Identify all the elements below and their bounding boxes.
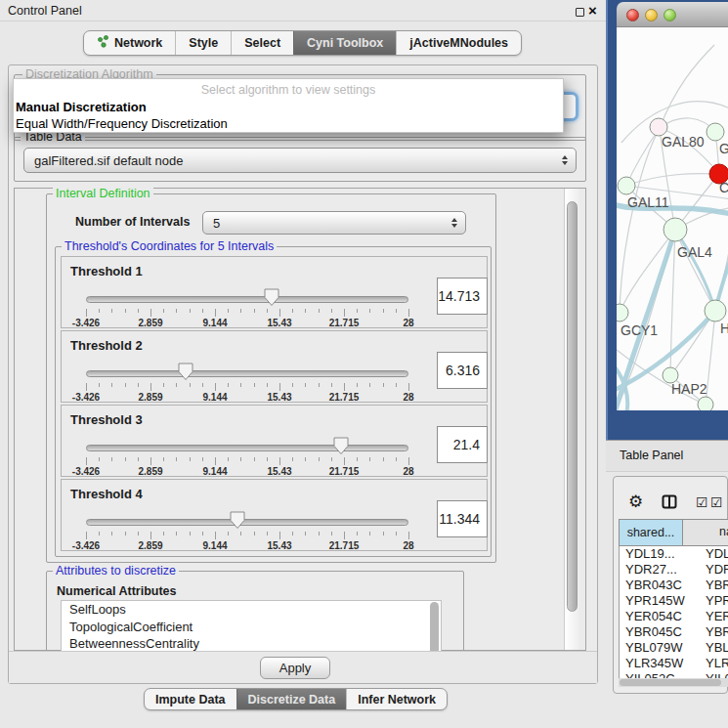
cell-shared-name: YDL19...	[625, 546, 675, 562]
tab-network[interactable]: Network	[84, 31, 175, 55]
dropdown-placeholder-item[interactable]: Select algorithm to view settings	[14, 79, 563, 99]
table-column-header-shared[interactable]: shared...	[619, 519, 683, 546]
slider-tick	[138, 383, 139, 387]
tick-label: 21.715	[329, 540, 360, 551]
slider-tick	[150, 309, 151, 317]
threshold-value-field[interactable]: 6.316	[437, 352, 488, 389]
dropdown-option-equal-width[interactable]: Equal Width/Frequency Discretization	[14, 115, 563, 132]
table-row[interactable]: YDR27...YDR2	[620, 562, 728, 578]
table-row[interactable]: YBL079WYBL0	[620, 640, 728, 656]
node-label: H	[720, 321, 728, 336]
slider-tick	[357, 309, 358, 313]
slider-tick	[292, 532, 293, 535]
network-node[interactable]	[617, 304, 628, 321]
slider-tick	[305, 532, 306, 535]
threshold-value-field[interactable]: 14.713	[437, 278, 488, 315]
slider[interactable]: -3.4262.8599.14415.4321.71528	[86, 257, 408, 329]
slider-tick	[305, 383, 306, 387]
slider-thumb[interactable]	[264, 288, 279, 307]
apply-button[interactable]: Apply	[260, 657, 330, 679]
number-of-intervals-label: Number of Intervals	[75, 215, 190, 229]
slider-tick	[408, 457, 409, 465]
slider-tick	[240, 457, 241, 461]
table-row[interactable]: YBR045CYBR0	[620, 624, 728, 640]
number-of-intervals-combobox[interactable]: 5	[202, 211, 466, 235]
tab-impute-data[interactable]: Impute Data	[145, 689, 236, 709]
table-row[interactable]: YDL19...YDL1	[620, 546, 728, 562]
slider-thumb[interactable]	[333, 437, 349, 455]
slider[interactable]: -3.4262.8599.14415.4321.71528	[86, 406, 408, 478]
node-label: GAL80	[662, 134, 705, 150]
table-row[interactable]: YIL052CYIL0	[620, 671, 728, 678]
slider-tick	[292, 457, 293, 461]
close-icon[interactable]: ×	[588, 2, 597, 19]
slider-tick	[319, 532, 320, 535]
node-label: GA	[719, 141, 728, 156]
slider-thumb[interactable]	[178, 363, 193, 381]
slider[interactable]: -3.4262.8599.14415.4321.71528	[86, 331, 408, 404]
slider-tick	[383, 383, 384, 387]
tick-label: 2.859	[138, 392, 162, 403]
slider-tick	[240, 309, 241, 313]
network-node[interactable]	[707, 123, 724, 141]
tick-label: 21.715	[329, 318, 360, 328]
slider[interactable]: -3.4262.8599.14415.4321.71528	[86, 480, 408, 552]
minimize-traffic-light-icon[interactable]	[645, 9, 658, 21]
slider-tick	[267, 309, 268, 313]
attribute-list[interactable]: SelfLoopsTopologicalCoefficientBetweenne…	[61, 600, 442, 659]
dropdown-option-manual[interactable]: Manual Discretization	[14, 99, 563, 115]
slider-tick	[163, 383, 164, 387]
slider-ticks	[86, 532, 408, 540]
threshold-value-field[interactable]: 11.344	[437, 500, 488, 537]
slider-track[interactable]	[86, 519, 408, 526]
slider-track[interactable]	[86, 445, 408, 451]
combobox-value: 5	[213, 216, 220, 231]
tab-discretize-data[interactable]: Discretize Data	[236, 689, 347, 709]
checkbox-icon[interactable]: ☑	[696, 494, 708, 510]
network-canvas[interactable]: GAL80GACGAL11GAL4GCY1HHAP2	[617, 27, 728, 410]
float-window-icon[interactable]	[576, 8, 584, 17]
network-node[interactable]	[618, 177, 635, 194]
network-node[interactable]	[664, 218, 687, 241]
tick-label: 2.859	[138, 318, 162, 328]
table-row[interactable]: YPR145WYPR1	[620, 593, 728, 609]
checkbox-icon[interactable]: ☑	[710, 494, 723, 510]
slider-track[interactable]	[86, 370, 408, 377]
network-node[interactable]	[698, 397, 713, 410]
slider-tick	[111, 457, 112, 461]
close-traffic-light-icon[interactable]	[626, 9, 639, 21]
tab-infer-network[interactable]: Infer Network	[346, 689, 447, 709]
tick-label: 9.144	[202, 392, 227, 403]
slider-thumb[interactable]	[230, 511, 245, 530]
tick-label: -3.426	[72, 318, 100, 328]
table-row[interactable]: YBR043CYBR0	[620, 578, 728, 593]
slider-tick	[138, 309, 139, 313]
node-label: C	[719, 180, 728, 195]
threshold-value-field[interactable]: 21.4	[437, 426, 488, 463]
table-data-combobox[interactable]: galFiltered.sif default node	[23, 148, 577, 173]
tab-select[interactable]: Select	[231, 31, 293, 55]
settings-scrollbar-thumb[interactable]	[567, 201, 578, 612]
slider-tick	[99, 457, 100, 461]
attribute-list-scrollbar[interactable]	[430, 602, 439, 657]
table-row[interactable]: YER054CYER0	[620, 609, 728, 624]
gear-icon[interactable]: ⚙	[628, 492, 643, 512]
table-rows[interactable]: YDL19...YDL1YDR27...YDR2YBR043CYBR0YPR14…	[619, 546, 728, 678]
network-node[interactable]	[705, 300, 726, 321]
attribute-item[interactable]: BetweennessCentrality	[62, 635, 441, 653]
zoom-traffic-light-icon[interactable]	[664, 9, 676, 21]
cell-name: YDR2	[706, 562, 728, 578]
attribute-item[interactable]: SelfLoops	[62, 601, 441, 619]
table-hscrollbar-thumb[interactable]	[620, 679, 721, 686]
slider-tick	[279, 383, 280, 391]
slider-track[interactable]	[86, 296, 408, 303]
tab-jactivemnodules[interactable]: jActiveMNodules	[396, 31, 521, 55]
table-row[interactable]: YLR345WYLR3	[620, 656, 728, 671]
table-column-header-name-label: na	[719, 525, 728, 538]
slider-tick	[202, 383, 203, 387]
cell-shared-name: YBR045C	[625, 624, 682, 640]
tab-cyni-toolbox[interactable]: Cyni Toolbox	[293, 31, 396, 55]
attribute-item[interactable]: TopologicalCoefficient	[62, 619, 441, 636]
column-layout-icon[interactable]	[662, 494, 677, 513]
tab-style[interactable]: Style	[175, 31, 231, 55]
